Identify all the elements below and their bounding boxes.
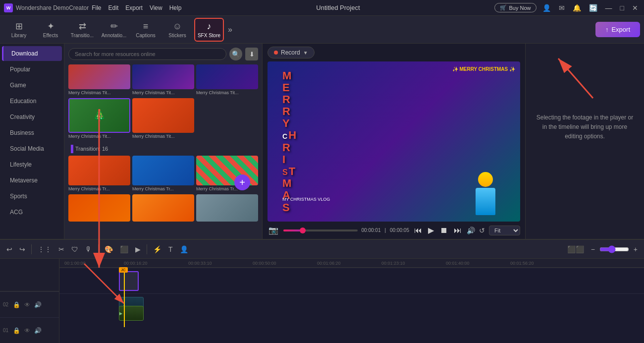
transition-thumb-1[interactable]: Merry Christmas Tr... [68, 156, 130, 192]
toolbar-stickers[interactable]: ☺ Stickers [162, 18, 192, 42]
sidebar-item-download[interactable]: Download [2, 46, 62, 61]
fit-select[interactable]: Fit 50% 100% [489, 226, 520, 235]
maximize-button[interactable]: □ [618, 4, 626, 12]
sidebar-item-creativity[interactable]: Creativity [2, 110, 62, 124]
person-button[interactable]: 👤 [177, 244, 191, 255]
mute-button-02[interactable]: 🔊 [33, 300, 43, 309]
sidebar-item-social-media[interactable]: Social Media [2, 141, 62, 156]
sidebar-item-business[interactable]: Business [2, 125, 62, 140]
screenshot-button[interactable]: 📷 [268, 225, 279, 236]
add-button[interactable]: + [234, 174, 250, 190]
toolbar-divider-1 [31, 244, 32, 254]
zoom-in-button[interactable]: + [631, 244, 640, 255]
split-button[interactable]: ⋮⋮ [35, 244, 54, 255]
playhead: JC [124, 268, 125, 327]
search-button[interactable]: 🔍 [229, 48, 242, 60]
app-name: Wondershare DemoCreator [16, 4, 89, 11]
sidebar-item-acg[interactable]: ACG [2, 205, 62, 220]
play-button[interactable]: ▶ [427, 225, 435, 236]
toolbar-transitions[interactable]: ⇄ Transitio... [67, 18, 97, 42]
menu-help[interactable]: Help [169, 4, 182, 11]
project-title: Untitled Project [316, 4, 360, 11]
sfxstore-icon: ♪ [207, 21, 212, 32]
buy-now-button[interactable]: 🛒 Buy Now [494, 3, 536, 12]
ruler-mark-5: 00:01:23:10 [381, 261, 405, 266]
toolbar-captions[interactable]: ≡ Captions [131, 18, 161, 42]
sidebar-item-sports[interactable]: Sports [2, 189, 62, 204]
download-button[interactable]: ⬇ [245, 48, 258, 60]
library-icon: ⊞ [15, 21, 23, 32]
mute-button-01[interactable]: 🔊 [33, 326, 43, 335]
stop-button[interactable]: ⏹ [439, 225, 449, 236]
mic-button[interactable]: 🎙 [83, 244, 95, 255]
sidebar-item-popular[interactable]: Popular [2, 62, 62, 77]
menu-export[interactable]: Export [125, 4, 143, 11]
zoom-slider[interactable] [599, 245, 629, 253]
loop-button[interactable]: ↺ [479, 227, 485, 234]
total-time: 00:00:05 [390, 228, 409, 233]
toolbar-effects[interactable]: ✦ Effects [36, 18, 65, 42]
sidebar-item-lifestyle[interactable]: Lifestyle [2, 157, 62, 172]
thumbnail-item-top2[interactable]: Merry Christmas Tit... [132, 64, 194, 96]
sidebar-item-metaverse[interactable]: Metaverse [2, 173, 62, 188]
toolbar-sfxstore[interactable]: ♪ SFX Store [194, 18, 224, 42]
timeline-toolbar: ↩ ↪ ⋮⋮ ✂ 🛡 🎙 🎨 ⬛ ▶ ⚡ T 👤 ⬛⬛ − + [0, 240, 644, 259]
thumbnail-item-4[interactable]: 🎄 Merry Christmas Tit... [68, 98, 130, 140]
update-icon[interactable]: 🔄 [587, 4, 599, 12]
color-button[interactable]: 🎨 [102, 244, 115, 255]
track-01-video-clip[interactable]: ▶ [119, 306, 144, 321]
redo-button[interactable]: ↪ [17, 244, 28, 255]
prev-button[interactable]: ⏮ [413, 225, 423, 236]
notification-icon[interactable]: 🔔 [571, 4, 583, 12]
cut-button[interactable]: ✂ [56, 244, 67, 255]
toolbar-library[interactable]: ⊞ Library [4, 18, 34, 42]
volume-button[interactable]: 🔊 [467, 227, 475, 234]
menu-file[interactable]: File [92, 4, 101, 11]
play-tl-button[interactable]: ▶ [133, 244, 143, 255]
transition-thumb-2[interactable]: Merry Christmas Tr... [132, 156, 194, 192]
text-button[interactable]: T [166, 244, 175, 255]
record-label: Record [281, 49, 300, 56]
thumbnail-item-top3[interactable]: Merry Christmas Tit... [196, 64, 258, 96]
minimize-button[interactable]: — [603, 4, 614, 12]
track-02-clip[interactable] [119, 271, 139, 291]
profile-icon[interactable]: 👤 [540, 4, 553, 12]
preview-area: Record ▼ MERRY CHRI STMAS ✨ MERRY CHRIST… [263, 44, 525, 239]
menu-edit[interactable]: Edit [108, 4, 119, 11]
thumbnail-label: Merry Christmas Tit... [68, 89, 130, 96]
close-button[interactable]: ✕ [630, 4, 640, 12]
toolbar-more-icon[interactable]: » [226, 25, 234, 34]
crop-button[interactable]: ⬛ [117, 244, 131, 255]
time-separator: | [384, 228, 386, 233]
message-icon[interactable]: ✉ [557, 4, 567, 12]
preview-timeline-bar[interactable] [283, 229, 358, 231]
transition-thumb-6[interactable] [196, 194, 258, 222]
stickers-icon: ☺ [173, 21, 182, 32]
undo-button[interactable]: ↩ [4, 244, 15, 255]
thumbnail-item-5[interactable]: Merry Christmas Tit... [132, 98, 194, 140]
search-input[interactable] [68, 48, 226, 60]
toolbar-annotations[interactable]: ✏ Annotatio... [99, 18, 129, 42]
track-label-01: 01 🔒 👁 🔊 [0, 317, 59, 343]
menu-view[interactable]: View [150, 4, 162, 11]
lock-button-02[interactable]: 🔒 [12, 300, 21, 309]
transition-thumb-5[interactable] [132, 194, 194, 222]
video-clip-label: ▶ [119, 311, 122, 316]
video-overlay-text: ✨ MERRY CHRISTMAS ✨ [452, 66, 515, 72]
lock-button-01[interactable]: 🔒 [12, 326, 21, 335]
next-button[interactable]: ⏭ [453, 225, 463, 236]
shield-button[interactable]: 🛡 [69, 244, 81, 255]
export-button[interactable]: ↑ Export [595, 22, 640, 37]
eye-button-02[interactable]: 👁 [23, 300, 31, 309]
zoom-out-button[interactable]: − [589, 244, 597, 255]
timeline-view-button[interactable]: ⬛⬛ [565, 244, 587, 255]
timeline-tracks[interactable]: 00:1:00:00 00:00:16:20 00:00:33:10 00:00… [59, 259, 644, 343]
transition-thumb-4[interactable] [68, 194, 130, 222]
sidebar-item-education[interactable]: Education [2, 94, 62, 109]
thumbnail-item-top1[interactable]: Merry Christmas Tit... [68, 64, 130, 96]
eye-button-01[interactable]: 👁 [23, 326, 31, 335]
record-button[interactable]: Record ▼ [268, 47, 315, 58]
sidebar-item-game[interactable]: Game [2, 78, 62, 93]
speed-button[interactable]: ⚡ [151, 244, 164, 255]
timeline-body: 02 🔒 👁 🔊 01 🔒 👁 🔊 00:1:00:00 00:00:16:20… [0, 259, 644, 343]
